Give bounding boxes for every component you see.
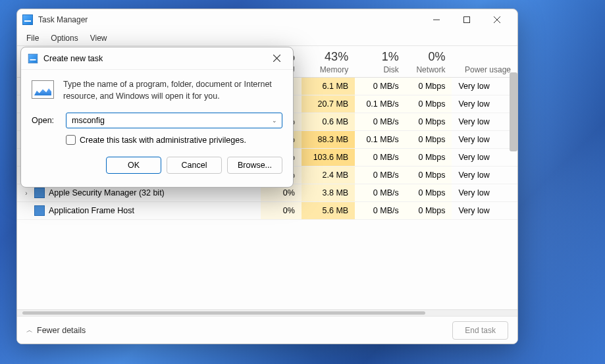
open-label: Open: — [32, 116, 58, 125]
dialog-description-row: Type the name of a program, folder, docu… — [32, 79, 282, 102]
network-cell: 0 Mbps — [406, 167, 452, 184]
col-disk[interactable]: 1%Disk — [355, 46, 406, 78]
menubar: File Options View — [17, 30, 517, 46]
titlebar[interactable]: Task Manager — [17, 9, 517, 30]
vertical-scrollbar[interactable] — [510, 72, 517, 151]
svg-rect-1 — [464, 17, 470, 23]
maximize-icon — [463, 16, 470, 23]
disk-cell: 0 MB/s — [355, 149, 406, 167]
dialog-buttons: OK Cancel Browse... — [32, 157, 282, 182]
table-row[interactable]: Application Frame Host0%5.6 MB0 MB/s0 Mb… — [17, 202, 517, 220]
memory-cell: 5.6 MB — [302, 202, 355, 220]
network-label: Network — [416, 65, 445, 74]
power-cell: Very low — [452, 184, 517, 202]
window-title: Task Manager — [38, 15, 88, 24]
minimize-icon — [433, 16, 440, 23]
dialog-titlebar[interactable]: Create new task — [21, 47, 293, 70]
close-button[interactable] — [482, 9, 512, 30]
power-cell: Very low — [452, 167, 517, 184]
power-cell: Very low — [452, 78, 517, 95]
chevron-down-icon[interactable]: ⌄ — [272, 117, 277, 124]
network-cell: 0 Mbps — [406, 184, 452, 202]
open-row: Open: ⌄ — [32, 113, 282, 128]
power-cell: Very low — [452, 95, 517, 113]
fewer-details-label: Fewer details — [37, 326, 86, 335]
process-icon — [34, 188, 45, 198]
network-cell: 0 Mbps — [406, 202, 452, 220]
disk-label: Disk — [383, 65, 398, 74]
maximize-button[interactable] — [452, 9, 482, 30]
power-cell: Very low — [452, 131, 517, 149]
memory-cell: 103.6 MB — [302, 149, 355, 167]
open-input[interactable] — [66, 113, 282, 128]
col-memory[interactable]: 43%Memory — [302, 46, 355, 78]
end-task-button[interactable]: End task — [452, 321, 508, 340]
network-cell: 0 Mbps — [406, 149, 452, 167]
power-label: Power usage — [465, 65, 511, 74]
footer: ︿ Fewer details End task — [17, 316, 517, 344]
memory-cell: 3.8 MB — [302, 184, 355, 202]
close-icon — [494, 16, 500, 23]
menu-file[interactable]: File — [21, 32, 44, 44]
dialog-app-icon — [28, 53, 38, 63]
power-cell: Very low — [452, 202, 517, 220]
dialog-description: Type the name of a program, folder, docu… — [63, 79, 282, 102]
cancel-button[interactable]: Cancel — [167, 157, 222, 174]
col-network[interactable]: 0%Network — [406, 46, 452, 78]
disk-cell: 0 MB/s — [355, 78, 406, 95]
power-cell: Very low — [452, 113, 517, 131]
horizontal-scrollbar[interactable] — [17, 309, 517, 316]
memory-cell: 6.1 MB — [302, 78, 355, 95]
process-name: Application Frame Host — [49, 206, 134, 215]
disk-pct: 1% — [361, 50, 399, 64]
col-power[interactable]: Power usage — [452, 46, 517, 78]
admin-checkbox-row[interactable]: Create this task with administrative pri… — [66, 135, 282, 145]
power-cell: Very low — [452, 149, 517, 167]
network-pct: 0% — [412, 50, 446, 64]
memory-cell: 20.7 MB — [302, 95, 355, 113]
menu-options[interactable]: Options — [45, 32, 83, 44]
close-icon — [273, 55, 280, 62]
memory-cell: 0.6 MB — [302, 113, 355, 131]
ok-button[interactable]: OK — [106, 157, 161, 174]
disk-cell: 0 MB/s — [355, 113, 406, 131]
power-pct-blank — [458, 50, 511, 64]
menu-view[interactable]: View — [85, 32, 113, 44]
minimize-button[interactable] — [421, 9, 452, 30]
expand-chevron-icon[interactable]: › — [22, 190, 30, 197]
cpu-cell: 0% — [261, 202, 302, 220]
process-name-cell: Application Frame Host — [17, 202, 261, 220]
disk-cell: 0.1 MB/s — [355, 95, 406, 113]
admin-checkbox[interactable] — [66, 135, 76, 145]
admin-checkbox-label: Create this task with administrative pri… — [80, 136, 246, 145]
process-name: Apple Security Manager (32 bit) — [49, 188, 165, 197]
memory-cell: 88.3 MB — [302, 131, 355, 149]
process-icon — [34, 205, 45, 216]
dialog-body: Type the name of a program, folder, docu… — [21, 70, 293, 187]
memory-pct: 43% — [308, 50, 348, 64]
app-icon — [22, 14, 33, 25]
run-icon — [32, 80, 54, 99]
open-input-wrap: ⌄ — [66, 113, 282, 128]
network-cell: 0 Mbps — [406, 95, 452, 113]
dialog-close-button[interactable] — [267, 53, 286, 64]
disk-cell: 0 MB/s — [355, 167, 406, 184]
disk-cell: 0 MB/s — [355, 184, 406, 202]
fewer-details-toggle[interactable]: ︿ Fewer details — [26, 326, 86, 335]
dialog-title: Create new task — [43, 54, 103, 63]
chevron-up-icon: ︿ — [26, 326, 33, 335]
network-cell: 0 Mbps — [406, 113, 452, 131]
browse-button[interactable]: Browse... — [227, 157, 282, 174]
create-task-dialog: Create new task Type the name of a progr… — [20, 47, 294, 188]
disk-cell: 0.1 MB/s — [355, 131, 406, 149]
network-cell: 0 Mbps — [406, 78, 452, 95]
network-cell: 0 Mbps — [406, 131, 452, 149]
window-controls — [421, 9, 512, 30]
disk-cell: 0 MB/s — [355, 202, 406, 220]
memory-label: Memory — [320, 65, 348, 74]
memory-cell: 2.4 MB — [302, 167, 355, 184]
